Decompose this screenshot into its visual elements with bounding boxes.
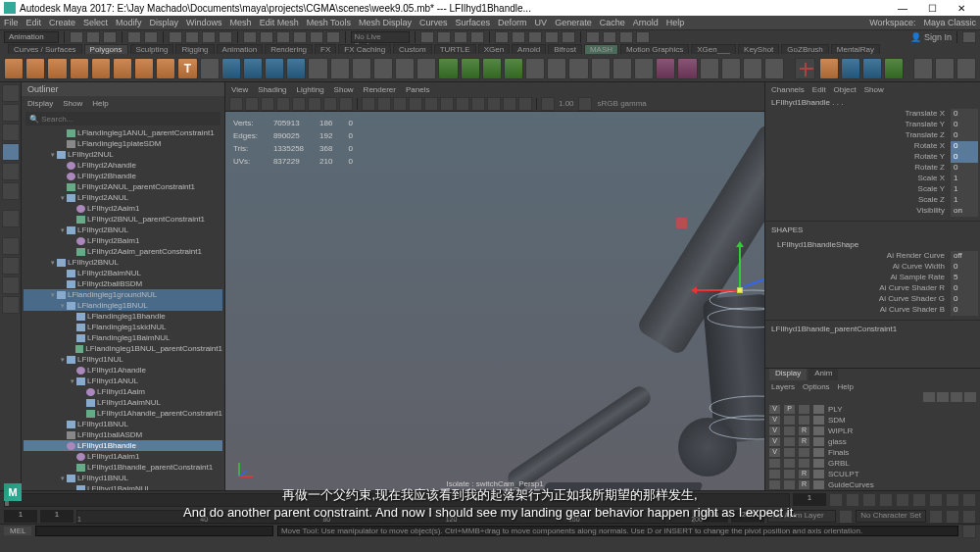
prev-key-icon[interactable] [862, 493, 876, 507]
shelf-cone-icon[interactable] [70, 58, 89, 79]
outliner-menu-show[interactable]: Show [63, 99, 82, 108]
layer-row[interactable]: VPPLY [765, 404, 980, 415]
charset-icon[interactable] [929, 510, 943, 524]
menu-file[interactable]: File [4, 18, 19, 27]
start-frame-field[interactable]: 1 [4, 510, 37, 523]
close-button[interactable]: ✕ [947, 3, 976, 14]
vp-bookmarks-icon[interactable] [245, 97, 259, 111]
select-mode-icon-3[interactable] [202, 31, 216, 43]
attr-label[interactable]: Scale Z [767, 195, 951, 206]
shelf-tab-turtle[interactable]: TURTLE [434, 44, 476, 54]
shelf-avgvert-icon[interactable] [330, 58, 350, 79]
workspace-dropdown[interactable]: Maya Classic [923, 18, 976, 27]
lb-menu-layers[interactable]: Layers [771, 382, 795, 391]
vp-twosided-icon[interactable] [276, 97, 290, 111]
new-scene-icon[interactable] [70, 31, 83, 43]
vp-gamma-field[interactable]: sRGB gamma [594, 99, 651, 108]
lasso-tool-icon[interactable] [2, 104, 20, 122]
shelf-channel-icon[interactable] [956, 58, 976, 79]
shelf-sphere-icon[interactable] [4, 58, 24, 79]
outliner-item[interactable]: LFIlhyd2ANUL_parentConstraint1 [24, 181, 222, 192]
menu-arnold[interactable]: Arnold [633, 18, 659, 27]
shelf-tab-gozbrush[interactable]: GoZBrush [781, 44, 828, 54]
shelf-tab-xgen[interactable]: XGen [478, 44, 510, 54]
outliner-item[interactable]: LFIlhyd2Baim1 [24, 235, 222, 246]
attr-label[interactable]: Ai Curve Shader G [767, 294, 951, 305]
menu-create[interactable]: Create [49, 18, 75, 27]
outliner-item[interactable]: LFIlhyd1Aaim1 [24, 451, 222, 462]
live-surface-field[interactable]: No Live Surface [351, 31, 410, 43]
attr-value[interactable]: 5 [951, 273, 978, 283]
vp-menu-lighting[interactable]: Lighting [297, 85, 324, 94]
rotate-tool-icon[interactable] [2, 163, 20, 180]
vp-exposure-icon[interactable] [518, 97, 532, 111]
attr-label[interactable]: Scale X [767, 174, 951, 184]
channelbox-shapename[interactable]: LFIlhyd1BhandleShape [765, 238, 980, 251]
outliner-item[interactable]: ▾LFIlhyd2BNUL [24, 225, 222, 235]
shelf-multicut-icon[interactable] [547, 58, 566, 79]
history-icon-4[interactable] [470, 31, 484, 43]
last-tool-icon[interactable] [2, 210, 20, 227]
menu-windows[interactable]: Windows [186, 18, 222, 27]
shelf-tab-bifrost[interactable]: Bifrost [548, 44, 582, 54]
layer-movedown-icon[interactable] [937, 392, 949, 402]
vp-smooth-icon[interactable] [377, 97, 391, 111]
shelf-append-icon[interactable] [504, 58, 523, 79]
outliner-item[interactable]: LFIlhyd1AaimNUL [24, 397, 222, 408]
panel-icon-2[interactable] [603, 31, 616, 43]
layer-row[interactable]: RSCULPT [765, 469, 980, 479]
shelf-tab-fxcaching[interactable]: FX Caching [338, 44, 391, 54]
vp-gate-icon[interactable] [339, 97, 353, 111]
render-icon-4[interactable] [545, 31, 559, 43]
attr-value[interactable]: 0 [951, 141, 978, 152]
step-back-icon[interactable] [846, 493, 859, 507]
shelf-tab-animation[interactable]: Animation [217, 44, 264, 54]
attr-value[interactable]: 1 [951, 184, 978, 195]
render-icon-1[interactable] [495, 31, 509, 43]
start-range-field[interactable]: 1 [40, 510, 74, 523]
vp-xray-icon[interactable] [487, 97, 501, 111]
attr-label[interactable]: Scale Y [767, 184, 951, 195]
current-frame-field[interactable]: 1 [793, 493, 826, 506]
shelf-detach-icon[interactable] [634, 58, 654, 79]
undo-icon[interactable] [127, 31, 141, 43]
attr-label[interactable]: Rotate X [767, 141, 951, 152]
marketplace-icon[interactable] [962, 31, 976, 43]
vp-gamma-icon[interactable] [541, 97, 555, 111]
attr-label[interactable]: Ai Render Curve [767, 251, 951, 262]
attr-label[interactable]: Visibility [767, 206, 951, 217]
vp-menu-show[interactable]: Show [334, 85, 354, 94]
select-mode-icon-2[interactable] [185, 31, 199, 43]
shelf-torus-icon[interactable] [91, 58, 111, 79]
shelf-separate-icon[interactable] [243, 58, 263, 79]
channelbox-nodename[interactable]: LFIlhyd1Bhandle . . . [765, 96, 980, 109]
attr-label[interactable]: Ai Curve Shader R [767, 283, 951, 294]
layer-row[interactable]: VRglass [765, 436, 980, 447]
snap-icon-1[interactable] [243, 31, 257, 43]
attr-label[interactable]: Ai Sample Rate [767, 273, 951, 283]
render-icon-3[interactable] [528, 31, 542, 43]
outliner-item[interactable]: LFIlhyd1BaimNUL [24, 483, 222, 490]
vp-menu-view[interactable]: View [231, 85, 248, 94]
outliner-item[interactable]: LFIlhyd1Bhandle_parentConstraint1 [24, 462, 222, 473]
shelf-bevel-icon[interactable] [461, 58, 480, 79]
vp-imageplane-icon[interactable] [261, 97, 274, 111]
vp-dof-icon[interactable] [456, 97, 469, 111]
layer-moveup-icon[interactable] [923, 392, 935, 402]
shelf-attr-icon[interactable] [913, 58, 933, 79]
outliner-item[interactable]: LFIlhyd1ballASDM [24, 429, 222, 440]
attr-value[interactable]: 0 [951, 120, 978, 130]
vp-light-icon[interactable] [393, 97, 407, 111]
outliner-item[interactable]: LFIlhyd2Ahandle [24, 160, 222, 171]
shelf-bool-icon[interactable] [286, 58, 306, 79]
open-scene-icon[interactable] [86, 31, 100, 43]
snap-icon-5[interactable] [310, 31, 323, 43]
attr-value[interactable]: 0 [951, 294, 978, 305]
outliner-item[interactable]: LFIlhyd1Aaim [24, 386, 222, 397]
shelf-target-icon[interactable] [568, 58, 588, 79]
vp-motion-icon[interactable] [440, 97, 454, 111]
attr-value[interactable]: 0 [951, 283, 978, 294]
attr-value[interactable]: on [951, 206, 978, 217]
shelf-tab-curves[interactable]: Curves / Surfaces [8, 44, 82, 54]
outliner-search[interactable]: 🔍 Search... [25, 112, 220, 125]
